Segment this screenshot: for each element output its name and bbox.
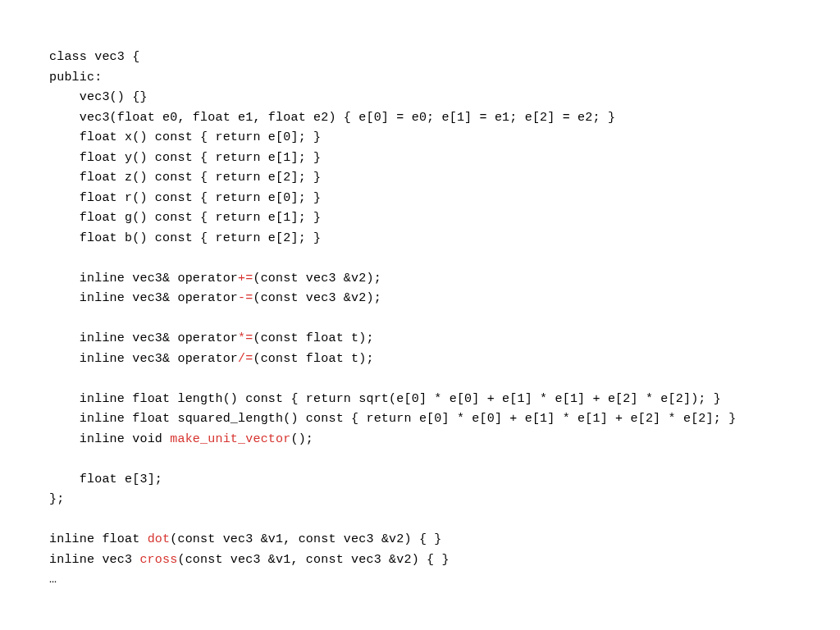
operator-times-equals: *= [238, 331, 253, 345]
code-line: float x() const { return e[0]; } [80, 130, 321, 144]
ellipsis: … [49, 573, 57, 587]
code-line: inline float squared_length() const { re… [80, 412, 737, 426]
code-line: inline float length() const { return sqr… [80, 392, 721, 406]
code-line: inline vec3& operator/=(const float t); [80, 352, 374, 366]
code-block: class vec3 { public: vec3() {} vec3(floa… [0, 0, 840, 591]
code-line: inline vec3& operator*=(const float t); [80, 331, 374, 345]
code-line: inline vec3& operator+=(const vec3 &v2); [80, 272, 381, 285]
code-line: float e[3]; [80, 472, 162, 486]
dot-function: dot [148, 532, 171, 546]
operator-minus-equals: -= [238, 291, 253, 305]
code-line: float b() const { return e[2]; } [80, 231, 321, 245]
code-line: inline float dot(const vec3 &v1, const v… [49, 532, 442, 546]
code-line: float z() const { return e[2]; } [80, 171, 321, 185]
cross-function: cross [139, 553, 177, 567]
code-line: inline vec3& operator-=(const vec3 &v2); [80, 291, 381, 305]
operator-plus-equals: += [238, 272, 253, 285]
operator-divide-equals: /= [238, 352, 253, 366]
code-line: vec3(float e0, float e1, float e2) { e[0… [80, 111, 615, 125]
make-unit-vector: make_unit_vector [170, 432, 290, 446]
code-line: public: [49, 71, 102, 84]
code-line: float g() const { return e[1]; } [80, 211, 321, 225]
code-line: float r() const { return e[0]; } [80, 191, 321, 205]
code-line: }; [49, 492, 64, 506]
code-line: vec3() {} [80, 90, 148, 104]
code-line: inline vec3 cross(const vec3 &v1, const … [49, 553, 450, 567]
code-line: class vec3 { [49, 50, 139, 64]
code-line: inline void make_unit_vector(); [80, 432, 313, 446]
code-line: float y() const { return e[1]; } [80, 151, 321, 165]
